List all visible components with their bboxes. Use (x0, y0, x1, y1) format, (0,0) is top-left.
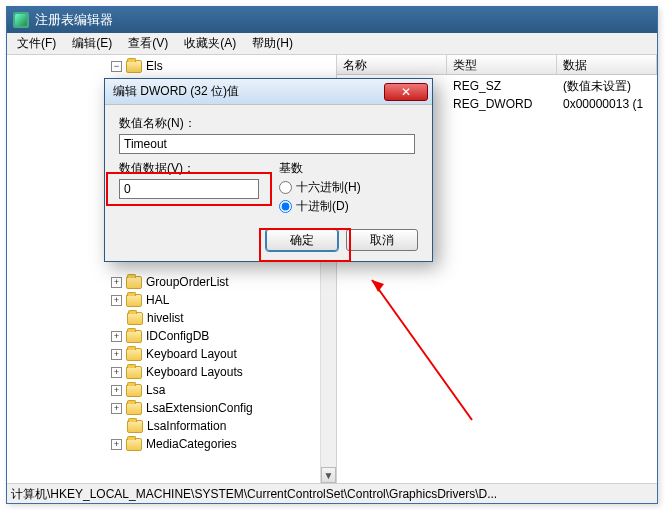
folder-icon (126, 366, 142, 379)
tree-item-els[interactable]: Els (146, 59, 163, 73)
radix-hex-text: 十六进制(H) (296, 179, 361, 196)
radix-dec-radio[interactable] (279, 200, 292, 213)
tree-item[interactable]: IDConfigDB (146, 329, 209, 343)
menu-help[interactable]: 帮助(H) (244, 33, 301, 54)
folder-icon (126, 276, 142, 289)
expander-icon[interactable]: − (111, 61, 122, 72)
close-icon: ✕ (401, 85, 411, 99)
folder-icon (126, 294, 142, 307)
folder-icon (127, 312, 143, 325)
titlebar[interactable]: 注册表编辑器 (7, 7, 657, 33)
scroll-down-icon[interactable]: ▼ (321, 467, 336, 483)
menu-file[interactable]: 文件(F) (9, 33, 64, 54)
list-header: 名称 类型 数据 (337, 55, 657, 75)
name-label: 数值名称(N)： (119, 115, 418, 132)
folder-icon (126, 384, 142, 397)
col-type[interactable]: 类型 (447, 55, 557, 74)
tree-item[interactable]: Lsa (146, 383, 165, 397)
edit-dword-dialog: 编辑 DWORD (32 位)值 ✕ 数值名称(N)： 数值数据(V)： 基数 … (104, 78, 433, 262)
name-field[interactable] (119, 134, 415, 154)
expander-icon[interactable]: + (111, 295, 122, 306)
expander-icon[interactable]: + (111, 277, 122, 288)
close-button[interactable]: ✕ (384, 83, 428, 101)
tree-item[interactable]: Keyboard Layouts (146, 365, 243, 379)
expander-icon[interactable]: + (111, 367, 122, 378)
tree-item[interactable]: LsaInformation (147, 419, 226, 433)
expander-icon[interactable]: + (111, 403, 122, 414)
tree-item[interactable]: MediaCategories (146, 437, 237, 451)
folder-icon (126, 402, 142, 415)
value-data-input[interactable] (119, 179, 259, 199)
window-title: 注册表编辑器 (35, 11, 113, 29)
folder-icon (126, 348, 142, 361)
data-label: 数值数据(V)： (119, 160, 259, 177)
dialog-title: 编辑 DWORD (32 位)值 (113, 83, 384, 100)
expander-icon[interactable]: + (111, 349, 122, 360)
tree-item[interactable]: Keyboard Layout (146, 347, 237, 361)
statusbar: 计算机\HKEY_LOCAL_MACHINE\SYSTEM\CurrentCon… (7, 483, 657, 503)
radix-label: 基数 (279, 160, 418, 177)
col-data[interactable]: 数据 (557, 55, 657, 74)
menu-view[interactable]: 查看(V) (120, 33, 176, 54)
menu-favorites[interactable]: 收藏夹(A) (176, 33, 244, 54)
cell-data: (数值未设置) (557, 78, 657, 95)
cell-type: REG_SZ (447, 79, 557, 93)
radix-dec-option[interactable]: 十进制(D) (279, 198, 418, 215)
folder-icon (126, 330, 142, 343)
folder-icon (126, 60, 142, 73)
expander-icon[interactable]: + (111, 439, 122, 450)
folder-icon (126, 438, 142, 451)
menubar: 文件(F) 编辑(E) 查看(V) 收藏夹(A) 帮助(H) (7, 33, 657, 55)
tree-item[interactable]: HAL (146, 293, 169, 307)
statusbar-path: 计算机\HKEY_LOCAL_MACHINE\SYSTEM\CurrentCon… (11, 487, 497, 501)
cancel-button[interactable]: 取消 (346, 229, 418, 251)
menu-edit[interactable]: 编辑(E) (64, 33, 120, 54)
cell-type: REG_DWORD (447, 97, 557, 111)
ok-button[interactable]: 确定 (266, 229, 338, 251)
tree-item[interactable]: GroupOrderList (146, 275, 229, 289)
expander-icon[interactable]: + (111, 331, 122, 342)
regedit-icon (13, 12, 29, 28)
tree-item[interactable]: hivelist (147, 311, 184, 325)
radix-dec-text: 十进制(D) (296, 198, 349, 215)
cell-data: 0x00000013 (1 (557, 97, 657, 111)
radix-hex-radio[interactable] (279, 181, 292, 194)
radix-hex-option[interactable]: 十六进制(H) (279, 179, 418, 196)
col-name[interactable]: 名称 (337, 55, 447, 74)
folder-icon (127, 420, 143, 433)
dialog-titlebar[interactable]: 编辑 DWORD (32 位)值 ✕ (105, 79, 432, 105)
expander-icon[interactable]: + (111, 385, 122, 396)
tree-item[interactable]: LsaExtensionConfig (146, 401, 253, 415)
